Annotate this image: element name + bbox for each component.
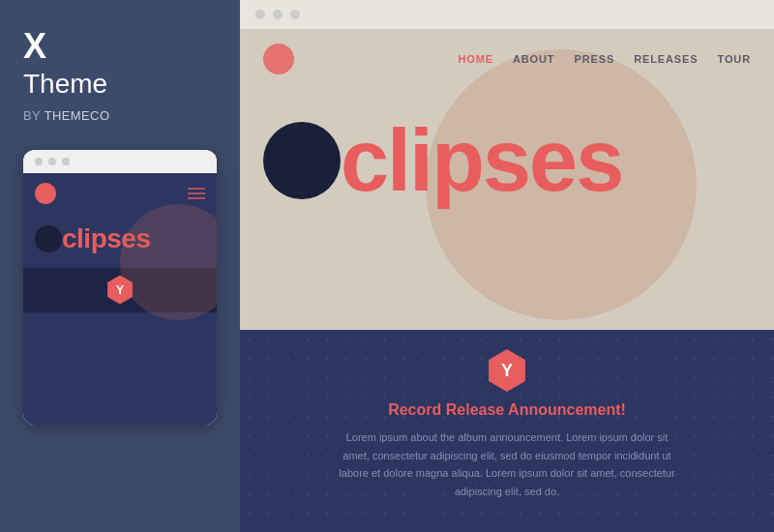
main-preview: HOME ABOUT PRESS RELEASES TOUR clipses Y…	[240, 0, 774, 532]
hero-big-circle	[263, 122, 341, 199]
hero-title-area: clipses	[240, 88, 774, 233]
nav-link-releases[interactable]: RELEASES	[634, 53, 698, 65]
sidebar: X Theme By THEMECO clipses Y	[0, 0, 240, 532]
mobile-dot-1	[35, 158, 43, 165]
browser-dot-3	[290, 10, 300, 19]
mobile-dot-3	[62, 158, 70, 165]
hero-nav: HOME ABOUT PRESS RELEASES TOUR	[240, 30, 774, 88]
nav-link-home[interactable]: HOME	[458, 53, 493, 65]
lower-section: Y Record Release Announcement! Lorem ips…	[240, 330, 774, 532]
lower-badge: Y	[486, 349, 528, 392]
hero-section: HOME ABOUT PRESS RELEASES TOUR clipses	[240, 30, 774, 330]
mobile-browser-bar	[23, 150, 217, 173]
browser-dot-2	[273, 10, 283, 19]
nav-link-about[interactable]: ABOUT	[513, 53, 555, 65]
hero-big-text: clipses	[341, 112, 622, 209]
sidebar-logo: X	[23, 29, 217, 64]
nav-link-press[interactable]: PRESS	[574, 53, 614, 65]
browser-frame: HOME ABOUT PRESS RELEASES TOUR clipses Y…	[240, 0, 774, 532]
mobile-hero-circle	[35, 225, 62, 252]
sidebar-title: Theme	[23, 68, 217, 101]
sidebar-byline: By THEMECO	[23, 108, 217, 123]
lower-badge-icon: Y	[501, 361, 513, 381]
mobile-badge-icon: Y	[116, 283, 124, 297]
mobile-hero: clipses	[23, 214, 217, 264]
lower-heading: Record Release Announcement!	[388, 401, 626, 419]
hero-nav-logo	[263, 44, 294, 74]
lower-content: Y Record Release Announcement! Lorem ips…	[240, 330, 774, 520]
mobile-hamburger-icon[interactable]	[188, 188, 205, 199]
browser-bar	[240, 0, 774, 30]
hero-nav-links: HOME ABOUT PRESS RELEASES TOUR	[458, 53, 751, 65]
sidebar-author: THEMECO	[45, 108, 110, 123]
browser-dot-1	[255, 10, 265, 19]
mobile-dot-2	[48, 158, 56, 165]
mobile-preview: clipses Y	[23, 150, 217, 425]
lower-body-text: Lorem ipsum about the album announcement…	[333, 429, 681, 501]
mobile-content: clipses Y	[23, 173, 217, 425]
mobile-nav-logo	[35, 183, 56, 204]
nav-link-tour[interactable]: TOUR	[718, 53, 751, 65]
